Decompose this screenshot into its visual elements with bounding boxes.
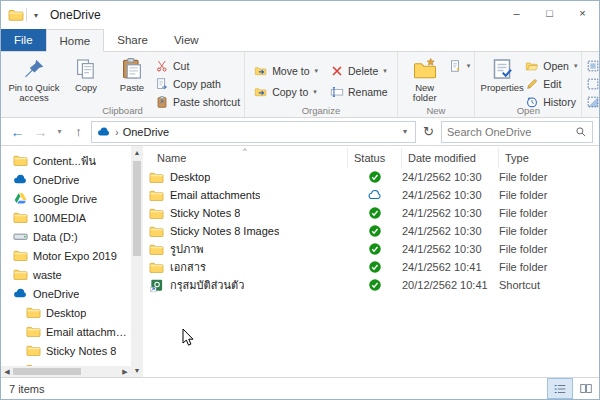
file-row[interactable]: Sticky Notes 8 Images 24/1/2562 10:30 Fi… xyxy=(143,222,599,240)
new-item-dropdown-icon: ▾ xyxy=(467,62,471,70)
horizontal-scrollbar[interactable]: ◀ ▶ xyxy=(1,366,131,377)
recent-locations-dropdown-icon[interactable]: ▾ xyxy=(53,121,66,143)
new-folder-button[interactable]: New folder xyxy=(402,55,448,106)
minimize-button[interactable]: – xyxy=(500,1,533,24)
folder-icon xyxy=(149,206,164,221)
edit-button[interactable]: Edit xyxy=(525,77,577,91)
maximize-button[interactable]: □ xyxy=(533,1,566,24)
thumbnails-view-button[interactable] xyxy=(573,378,599,399)
properties-label: Properties xyxy=(481,83,524,93)
pin-to-quick-access-button[interactable]: Pin to Quick access xyxy=(5,55,63,106)
properties-button[interactable]: Properties xyxy=(479,55,525,95)
close-button[interactable]: × xyxy=(566,1,599,24)
sync-status-icon xyxy=(368,278,382,292)
column-header-label: Date modified xyxy=(408,152,476,164)
file-row[interactable]: เอกสาร 24/1/2562 10:41 File folder xyxy=(143,258,599,276)
tab-file[interactable]: File xyxy=(1,29,46,51)
explorer-icon xyxy=(8,7,24,23)
file-date-modified: 24/1/2562 10:30 xyxy=(402,243,499,255)
cut-button[interactable]: Cut xyxy=(155,59,240,73)
file-row[interactable]: กรุสมบัติส่วนตัว 20/12/2562 10:41 Shortc… xyxy=(143,276,599,294)
column-header-status[interactable]: Status xyxy=(348,148,402,168)
tab-view[interactable]: View xyxy=(161,29,212,51)
sidebar-item[interactable]: Sticky Notes 8 xyxy=(1,341,131,360)
caption-buttons: – □ × xyxy=(500,1,599,24)
file-type: File folder xyxy=(499,225,599,237)
select-all-icon xyxy=(586,59,600,73)
move-to-icon xyxy=(254,64,268,78)
rename-button[interactable]: Rename xyxy=(330,85,388,99)
search-input[interactable] xyxy=(447,126,571,138)
select-none-button[interactable]: Select none xyxy=(586,77,600,91)
sidebar-item-google-drive[interactable]: Google Drive xyxy=(1,189,131,208)
sidebar-item-label: Sticky Notes 8 xyxy=(46,345,116,357)
column-header-name[interactable]: ^ Name xyxy=(143,148,348,168)
sync-status-icon xyxy=(368,224,382,238)
file-row[interactable]: รูปภาพ 24/1/2562 10:30 File folder xyxy=(143,240,599,258)
qat-dropdown-icon[interactable]: ▾ xyxy=(34,11,38,20)
copy-button[interactable]: Copy xyxy=(63,55,109,95)
new-item-button[interactable]: ▾ xyxy=(448,59,471,73)
window-title: OneDrive xyxy=(50,8,101,22)
file-list: ^ Name Status Date modified Type Desktop… xyxy=(143,146,599,377)
folder-icon xyxy=(13,153,28,168)
thumbnails-view-icon xyxy=(579,382,593,396)
clipboard-group-label: Clipboard xyxy=(1,105,244,116)
file-row[interactable]: Sticky Notes 8 24/1/2562 10:30 File fold… xyxy=(143,204,599,222)
sidebar-item[interactable]: Email attachments xyxy=(1,322,131,341)
select-group-label: Select xyxy=(582,105,600,116)
sidebar-item[interactable]: waste xyxy=(1,265,131,284)
sidebar-item-onedrive-root[interactable]: OneDrive xyxy=(1,284,131,303)
file-name: Sticky Notes 8 xyxy=(170,207,240,219)
address-dropdown-icon[interactable]: ▾ xyxy=(400,127,410,136)
scroll-right-icon[interactable]: ▶ xyxy=(119,368,131,376)
file-date-modified: 24/1/2562 10:30 xyxy=(402,207,499,219)
details-view-button[interactable] xyxy=(547,378,573,399)
paste-icon xyxy=(120,57,144,81)
scroll-left-icon[interactable]: ◀ xyxy=(1,368,13,376)
file-name: Sticky Notes 8 Images xyxy=(170,225,279,237)
title-bar: ▾ OneDrive – □ × xyxy=(1,1,599,29)
scroll-up-icon[interactable]: ▲ xyxy=(134,148,141,157)
open-dropdown-icon: ▾ xyxy=(574,62,578,70)
sidebar-item[interactable]: 100MEDIA xyxy=(1,208,131,227)
address-toolbar: ← → ▾ ↑ › OneDrive ▾ ↻ xyxy=(1,118,599,146)
properties-icon xyxy=(490,57,514,81)
forward-button[interactable]: → xyxy=(30,121,51,143)
folder-icon xyxy=(149,260,164,275)
sidebar-item[interactable]: Content...ฟ้น xyxy=(1,151,131,170)
address-bar[interactable]: › OneDrive ▾ xyxy=(91,121,416,143)
file-row[interactable]: Email attachments 24/1/2562 10:30 File f… xyxy=(143,186,599,204)
file-type: File folder xyxy=(499,171,599,183)
sidebar-item-label: Motor Expo 2019 xyxy=(33,250,117,262)
refresh-button[interactable]: ↻ xyxy=(418,121,439,143)
new-folder-icon xyxy=(413,57,437,81)
move-to-button[interactable]: Move to ▾ xyxy=(254,64,318,78)
sidebar-item-label: 100MEDIA xyxy=(33,212,86,224)
horizontal-scrollbar-thumb[interactable] xyxy=(13,368,81,375)
column-header-type[interactable]: Type xyxy=(499,148,599,168)
delete-button[interactable]: Delete ▾ xyxy=(330,64,388,78)
back-button[interactable]: ← xyxy=(7,121,28,143)
sidebar-item[interactable]: Motor Expo 2019 xyxy=(1,246,131,265)
sidebar-item-label: Data (D:) xyxy=(33,231,78,243)
open-button[interactable]: Open ▾ xyxy=(525,59,577,73)
scroll-down-icon[interactable]: ▼ xyxy=(134,366,141,375)
copy-to-button[interactable]: Copy to ▾ xyxy=(254,85,318,99)
up-button[interactable]: ↑ xyxy=(68,121,89,143)
vertical-scrollbar-thumb[interactable] xyxy=(133,161,141,256)
onedrive-cloud-icon xyxy=(97,125,111,139)
sidebar-item-data-drive[interactable]: Data (D:) xyxy=(1,227,131,246)
paste-button[interactable]: Paste xyxy=(109,55,155,95)
copy-path-button[interactable]: Copy path xyxy=(155,77,240,91)
column-header-date-modified[interactable]: Date modified xyxy=(402,148,499,168)
copy-icon xyxy=(74,57,98,81)
tab-share[interactable]: Share xyxy=(104,29,161,51)
sidebar-item[interactable]: Desktop xyxy=(1,303,131,322)
vertical-scrollbar[interactable]: ▲ ▼ xyxy=(131,146,143,377)
file-row[interactable]: Desktop 24/1/2562 10:30 File folder xyxy=(143,168,599,186)
breadcrumb-onedrive[interactable]: OneDrive xyxy=(123,126,169,138)
select-all-button[interactable]: Select all xyxy=(586,59,600,73)
tab-home[interactable]: Home xyxy=(46,29,105,52)
sidebar-item-onedrive[interactable]: OneDrive xyxy=(1,170,131,189)
